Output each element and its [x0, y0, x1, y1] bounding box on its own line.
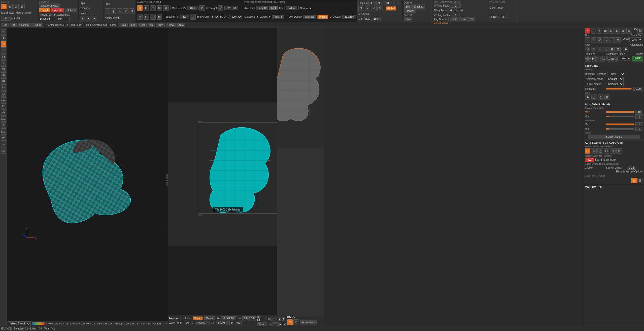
box-btn[interactable]: Box	[404, 5, 412, 9]
dist-icon9[interactable]: ⊟	[615, 56, 618, 62]
local-select[interactable]: Local	[629, 37, 642, 42]
similarity-input[interactable]	[633, 87, 643, 91]
topo-icon2[interactable]: △	[591, 95, 597, 100]
box-btn2[interactable]: Box	[404, 17, 412, 21]
xyz-btn3[interactable]: Z	[371, 6, 377, 11]
seam-icon5[interactable]: ⊞	[610, 148, 616, 154]
tv-input[interactable]	[195, 321, 210, 325]
tool18[interactable]: ⊨	[1, 135, 6, 141]
tool7[interactable]: ◻	[1, 66, 6, 72]
step-val3[interactable]	[384, 1, 392, 5]
area-min-input[interactable]	[635, 127, 643, 131]
tool10[interactable]: ✂	[1, 84, 6, 90]
xyz-btn2[interactable]: Y	[365, 6, 370, 11]
dist-icon7[interactable]: ⊡	[607, 56, 611, 62]
uv-tile-su-input[interactable]	[270, 317, 277, 321]
uv-tile-up[interactable]: ▲	[278, 317, 281, 321]
area-min-slider[interactable]	[606, 128, 634, 130]
tool11[interactable]: ◎	[1, 91, 6, 97]
seam-icon3[interactable]: △	[597, 148, 603, 154]
str-icon2[interactable]: —	[591, 28, 596, 34]
unlock-btn[interactable]: Unlock	[317, 15, 329, 19]
free-btn3[interactable]: ✕	[117, 8, 122, 14]
layout-icon7[interactable]: ⊞	[137, 14, 143, 20]
xyz-btn4[interactable]: M	[377, 6, 383, 11]
layout-icon5[interactable]: ⊠	[163, 5, 169, 11]
tool5[interactable]: ⊡	[1, 54, 6, 60]
area-max-input[interactable]	[635, 122, 643, 126]
tool16[interactable]: ≡	[1, 122, 6, 128]
unwrap-mode-select[interactable]: Disabled	[39, 17, 56, 21]
dist-icon4[interactable]: ⊤	[595, 56, 598, 62]
flip-icon5[interactable]: ⟳	[609, 37, 615, 43]
max-angle-input[interactable]	[371, 17, 381, 21]
u-tiling-input[interactable]	[451, 4, 461, 8]
free-btn2[interactable]: |	[111, 8, 116, 14]
tu-input[interactable]	[221, 316, 236, 320]
tool8[interactable]: ⊕	[1, 72, 6, 78]
update-unwrap-btn[interactable]: Update Unwrap	[39, 4, 60, 8]
str-icon3[interactable]: +	[597, 28, 602, 34]
flip-icon2[interactable]: ↕	[591, 37, 596, 43]
3d-mode-btn[interactable]: 3D	[10, 23, 17, 27]
auto-icon2[interactable]: ⊞	[637, 178, 643, 183]
layout-icon4[interactable]: ⊞	[157, 5, 162, 11]
dist-icon2[interactable]: ⊨	[588, 56, 591, 62]
dist-icon3[interactable]: ⊢	[592, 56, 595, 62]
show-btn[interactable]: Show	[166, 23, 176, 27]
scene-unit-icon[interactable]: ◎	[190, 14, 196, 20]
udims-icon2[interactable]: ⊡	[293, 319, 299, 325]
topo-icon4[interactable]: ⊞	[604, 95, 610, 100]
isol-btn[interactable]: Isol	[148, 23, 155, 27]
area-tool[interactable]: Area.	[1, 116, 6, 122]
str-icon7[interactable]: ⊠	[621, 28, 626, 34]
auto-btn[interactable]: Auto	[177, 23, 185, 27]
pack-all-btn[interactable]: Pack All	[256, 6, 268, 10]
options-btn[interactable]: Options	[65, 8, 77, 12]
su-input[interactable]	[242, 316, 256, 320]
layout-icon6[interactable]: ⊕	[199, 5, 205, 11]
topo-icon1[interactable]: ⊕	[585, 95, 590, 100]
align-icon6[interactable]: ⊡	[615, 47, 621, 52]
select-islands-btn[interactable]: Select Islands	[588, 135, 640, 139]
symmetry-mode-select[interactable]: Straight	[606, 77, 624, 81]
free-mult-btn[interactable]: Free	[459, 17, 467, 21]
align-icon4[interactable]: ⊥	[603, 47, 608, 52]
rotate-tool[interactable]: ↻	[1, 41, 6, 47]
tiling-icon[interactable]: ⊕	[449, 8, 454, 13]
uv-tile-sv-up[interactable]: ▲	[279, 323, 282, 326]
flats-btn[interactable]: Flats	[138, 23, 147, 27]
str-icon9[interactable]: M	[637, 28, 643, 34]
step-val2[interactable]	[376, 1, 383, 5]
sym-tool[interactable]: Sym.	[1, 129, 6, 135]
check-flips[interactable]: ✕	[80, 16, 85, 21]
tool13[interactable]: ⟳	[1, 103, 6, 109]
loc-tool[interactable]: Loc.	[1, 148, 6, 154]
both-btn[interactable]: Both	[119, 23, 128, 27]
flip-icon4[interactable]: ↘	[603, 37, 608, 43]
step-val4[interactable]	[393, 1, 398, 5]
str-icon8[interactable]: ⊛	[626, 28, 632, 34]
uv-tile-down[interactable]: ▼	[282, 317, 285, 321]
topo-icon3[interactable]: ◎	[598, 95, 603, 100]
free-btn5[interactable]: ⊞	[129, 8, 134, 14]
sv-input[interactable]	[216, 321, 230, 325]
custom-input[interactable]	[342, 15, 356, 19]
move-tool[interactable]: ✥	[1, 35, 6, 41]
stretch-val-input[interactable]	[627, 166, 636, 170]
check-holes[interactable]: ✕	[92, 16, 97, 21]
layout-icon8[interactable]: ⊡	[144, 14, 149, 20]
area-max-slider[interactable]	[606, 124, 634, 125]
poly-max-input[interactable]	[635, 110, 643, 114]
scale-tool[interactable]: ⤢	[1, 47, 6, 53]
link-btn[interactable]: Link	[450, 17, 458, 21]
layout-icon2[interactable]: ⊡	[144, 5, 149, 11]
stacked-btn[interactable]: Stacked	[412, 5, 425, 9]
td-unit-select[interactable]: tx/cm	[229, 15, 242, 19]
dist-icon8[interactable]: ⊞	[611, 56, 614, 62]
layout-icon3[interactable]: ⊟	[150, 5, 156, 11]
optimise-btn[interactable]: Optimise	[51, 8, 64, 12]
mix-select[interactable]: Mix	[57, 17, 70, 21]
layout-icon10[interactable]: ⊞	[157, 14, 162, 20]
follow-btn[interactable]: Follow	[286, 6, 297, 10]
